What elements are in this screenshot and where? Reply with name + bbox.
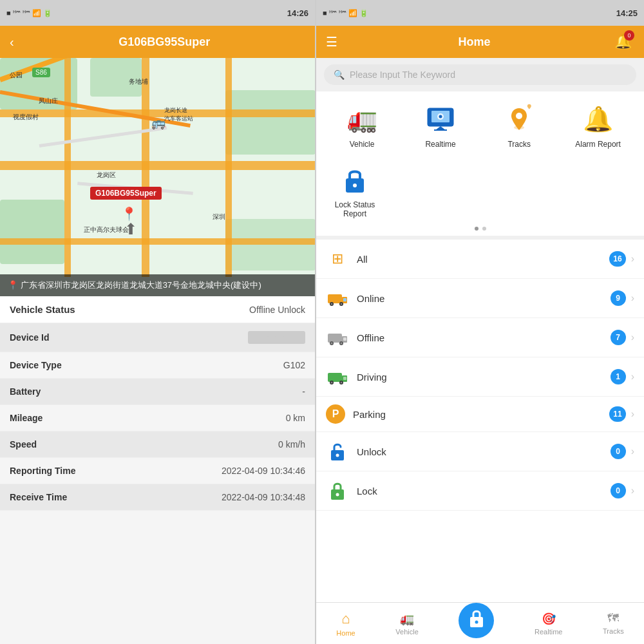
svg-point-15 (331, 303, 333, 305)
realtime-nav-label: Realtime (535, 628, 562, 636)
nav-realtime[interactable]: 🎯 Realtime (535, 612, 562, 636)
unlock-label: Unlock (357, 446, 611, 457)
unlock-chevron: › (631, 446, 634, 457)
location-icon: 📍 (8, 280, 18, 290)
driving-label: Driving (357, 372, 611, 383)
lock-center-icon (468, 608, 486, 633)
offline-icon (326, 326, 349, 349)
unlock-icon (326, 440, 349, 463)
bottom-nav: ⌂ Home 🚛 Vehicle 🎯 Realtime 🗺 Tracks (316, 602, 644, 644)
nav-vehicle[interactable]: 🚛 Vehicle (395, 612, 418, 636)
list-item-online[interactable]: Online 9 › (316, 279, 644, 318)
vehicle-status-value: Offline Unlock (249, 305, 305, 315)
nav-tracks[interactable]: 🗺 Tracks (603, 612, 624, 635)
device-id-value: •••••• (248, 331, 305, 344)
info-section: Vehicle Status Offline Unlock Device Id … (0, 296, 315, 644)
nav-lock-center[interactable] (459, 603, 494, 638)
map-label-shenzhen: 深圳 (213, 213, 225, 222)
alarm-icon-item[interactable]: 🔔 Alarm Report (575, 101, 621, 149)
svg-rect-10 (328, 294, 342, 303)
right-time: 14:25 (616, 8, 638, 18)
mileage-label: Mileage (10, 413, 43, 423)
vehicle-icon-item[interactable]: 🚛 Vehicle (339, 101, 384, 149)
battery-value: - (302, 386, 305, 397)
battery-row: Battery - (0, 379, 315, 405)
svg-point-30 (341, 382, 343, 384)
speed-row: Speed 0 km/h (0, 431, 315, 458)
right-status-bar: ■ ᵸᵐ ᵸᵐ 📶 🔋 14:25 (316, 0, 644, 26)
tracks-nav-label: Tracks (603, 627, 624, 635)
realtime-svg (425, 106, 456, 133)
back-button[interactable]: ‹ (10, 35, 14, 50)
right-status-icons: ■ ᵸᵐ ᵸᵐ 📶 🔋 (323, 9, 368, 17)
alarm-icon: 🔔 (580, 101, 616, 137)
tracks-icon (502, 101, 537, 137)
search-bar[interactable]: 🔍 Please Input The Keyword (324, 64, 636, 85)
parking-label: Parking (353, 409, 609, 420)
speed-label: Speed (10, 439, 37, 450)
search-placeholder: Please Input The Keyword (350, 70, 455, 80)
vehicle-status-label: Vehicle Status (10, 304, 75, 315)
mileage-row: Mileage 0 km (0, 405, 315, 431)
offline-label: Offline (357, 332, 611, 343)
tracks-icon-item[interactable]: Tracks (497, 101, 542, 149)
online-badge: 9 (611, 290, 626, 306)
device-type-label: Device Type (10, 360, 62, 370)
alarm-icon-label: Alarm Report (575, 140, 621, 149)
vehicle-list: ⊞ All 16 › Online 9 › (316, 240, 644, 602)
lock-icon (326, 479, 349, 502)
realtime-icon-label: Realtime (425, 140, 455, 149)
unlock-badge: 0 (611, 444, 626, 459)
battery-label: Battery (10, 386, 41, 397)
lock-status-icon-item[interactable]: Lock Status Report (332, 162, 377, 218)
icon-grid-row2: Lock Status Report (316, 152, 644, 222)
tracks-svg (503, 103, 535, 135)
map-label-longgang: 龙岗区 (97, 171, 116, 180)
list-item-lock[interactable]: Lock 0 › (316, 471, 644, 511)
realtime-icon-item[interactable]: Realtime (418, 101, 463, 149)
device-type-row: Device Type G102 (0, 352, 315, 379)
lock-status-icon-label: Lock Status Report (332, 200, 377, 218)
left-time: 14:26 (287, 8, 308, 18)
home-nav-label: Home (336, 629, 355, 637)
map-label-service: 务地埔 (129, 77, 148, 86)
svg-rect-12 (343, 298, 346, 301)
nav-home[interactable]: ⌂ Home (336, 611, 355, 637)
list-item-all[interactable]: ⊞ All 16 › (316, 240, 644, 279)
map-label-bus: 龙岗长途汽车客运站 (164, 106, 193, 123)
left-status-bar: ■ ᵸᵐ ᵸᵐ 📶 🔋 14:26 (0, 0, 315, 26)
svg-point-7 (516, 113, 522, 119)
list-item-offline[interactable]: Offline 7 › (316, 318, 644, 357)
left-panel: ■ ᵸᵐ ᵸᵐ 📶 🔋 14:26 ‹ G106BG95Super (0, 0, 315, 644)
online-label: Online (357, 293, 611, 304)
driving-badge: 1 (611, 369, 626, 384)
reporting-time-label: Reporting Time (10, 466, 75, 476)
list-item-driving[interactable]: Driving 1 › (316, 357, 644, 397)
vehicle-nav-label: Vehicle (395, 628, 418, 636)
list-item-unlock[interactable]: Unlock 0 › (316, 432, 644, 471)
svg-point-9 (353, 184, 357, 187)
map-area[interactable]: S86 公园 凤山庄 视度假村 务地埔 龙岗区 正中高尔夫球会 深圳 🚌 龙岗长… (0, 58, 315, 296)
svg-rect-26 (343, 377, 346, 380)
mileage-value: 0 km (286, 413, 305, 423)
search-icon: 🔍 (334, 70, 345, 80)
parking-badge: 11 (609, 406, 625, 422)
tracks-icon-label: Tracks (507, 140, 531, 149)
dot-1 (475, 227, 478, 231)
realtime-nav-icon: 🎯 (542, 612, 556, 626)
lock-svg (328, 480, 346, 501)
device-id-row: Device Id •••••• (0, 323, 315, 352)
svg-point-16 (341, 303, 343, 305)
tracks-nav-icon: 🗺 (607, 612, 619, 625)
device-type-value: G102 (283, 360, 305, 370)
notification-bell[interactable]: 🔔 0 (611, 30, 634, 53)
menu-button[interactable]: ☰ (326, 34, 337, 50)
svg-point-22 (331, 343, 333, 345)
list-item-parking[interactable]: P Parking 11 › (316, 397, 644, 432)
right-header: ☰ Home 🔔 0 (316, 26, 644, 58)
right-title: Home (337, 35, 611, 49)
all-label: All (357, 254, 609, 265)
all-icon: ⊞ (326, 247, 349, 270)
notification-badge: 0 (624, 30, 634, 41)
location-text: 广东省深圳市龙岗区龙岗街道龙城大道37号金地龙城中央(建设中) (21, 280, 261, 290)
